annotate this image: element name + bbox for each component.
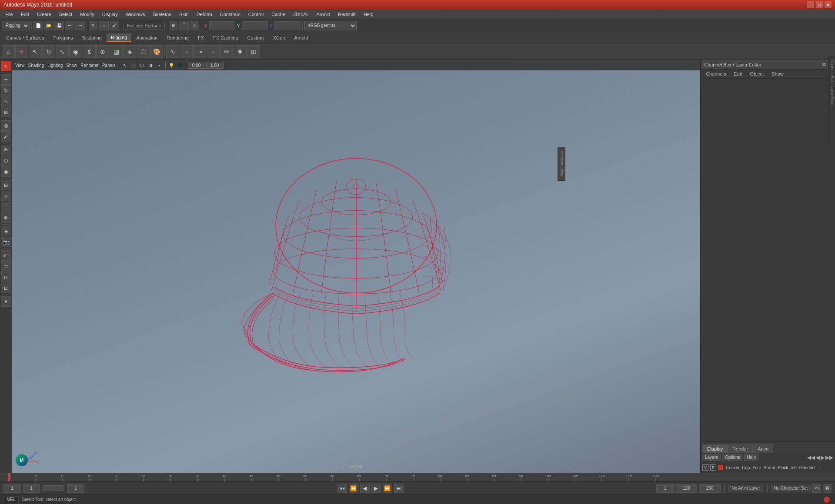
lt-bottom-btn[interactable]: ▼ <box>1 296 11 307</box>
layer-ctrl-help[interactable]: Help <box>744 454 758 461</box>
vp-shadow-btn[interactable]: 🌑 <box>176 61 184 69</box>
lt-isolate-btn[interactable]: ◈ <box>1 226 11 236</box>
x-coord-input[interactable] <box>209 21 235 30</box>
snap-curve-btn[interactable]: ⌒ <box>179 21 189 30</box>
ctx-tab-fx[interactable]: FX <box>194 34 208 42</box>
menu-create[interactable]: Create <box>33 11 55 18</box>
mel-label[interactable]: MEL <box>3 496 19 503</box>
goto-end-btn[interactable]: ⏭ <box>394 484 404 493</box>
char-set-options-btn[interactable]: ⚙ <box>812 484 821 493</box>
menu-arnold[interactable]: Arnold <box>313 11 334 18</box>
gamma-selector[interactable]: sRGB gamma <box>304 21 357 30</box>
menu-help[interactable]: Help <box>360 11 377 18</box>
lt-wire-btn[interactable]: ⬡ <box>1 156 11 166</box>
undo-btn[interactable]: ↩ <box>65 21 74 30</box>
disp-tab-render[interactable]: Render <box>728 444 753 453</box>
ch-float-btn[interactable]: ⧉ <box>822 62 826 67</box>
menu-constrain[interactable]: Constrain <box>217 11 244 18</box>
redo-btn[interactable]: ↪ <box>75 21 85 30</box>
play-fwd-btn[interactable]: ▶ <box>371 484 381 493</box>
menu-skin[interactable]: Skin <box>176 11 192 18</box>
layer-p-toggle[interactable]: P <box>710 464 716 471</box>
ctx-tab-xgen[interactable]: XGen <box>268 34 289 42</box>
lt-select-btn[interactable]: ↖ <box>1 61 11 71</box>
ctx-tab-custom[interactable]: Custom <box>243 34 268 42</box>
shelf-cluster-btn[interactable]: ⊕ <box>96 45 109 58</box>
viewport[interactable]: View Shading Lighting Show Renderer Pane… <box>12 60 700 473</box>
cb-tab-edit[interactable]: Edit <box>730 70 745 77</box>
layer-ctrl-options[interactable]: Options <box>722 454 742 461</box>
shelf-select-btn[interactable]: ✛ <box>15 45 28 58</box>
lt-misc3-btn[interactable]: ⊓ <box>1 272 11 282</box>
menu-select[interactable]: Select <box>56 11 76 18</box>
cb-tab-object[interactable]: Object <box>746 70 767 77</box>
playback-end-input[interactable] <box>675 484 697 493</box>
timeline[interactable]: 0 5 10 15 20 25 30 35 40 45 50 55 60 <box>0 473 835 481</box>
menu-redshift[interactable]: Redshift <box>334 11 359 18</box>
lt-paint-btn[interactable]: 🖌 <box>1 131 11 142</box>
lt-scale-btn[interactable]: ⤡ <box>1 96 11 106</box>
cb-tab-show[interactable]: Show <box>768 70 787 77</box>
vp-shaded-btn[interactable]: ◑ <box>147 61 155 69</box>
shelf-scale-btn[interactable]: ⤡ <box>56 45 69 58</box>
lt-snap-curve-btn[interactable]: ⌒ <box>1 202 11 212</box>
module-selector[interactable]: Rigging <box>2 21 30 30</box>
vp-lights-btn[interactable]: 💡 <box>167 61 175 69</box>
maximize-button[interactable]: □ <box>816 1 823 8</box>
menu-skeleton[interactable]: Skeleton <box>149 11 175 18</box>
lt-camera-btn[interactable]: 📷 <box>1 237 11 247</box>
vp-wire-btn[interactable]: ⬡ <box>138 61 146 69</box>
shelf-ep-btn[interactable]: ⊸ <box>193 45 206 58</box>
close-button[interactable]: ✕ <box>825 1 832 8</box>
frame-start-input[interactable] <box>3 484 21 493</box>
menu-windows[interactable]: Windows <box>122 11 149 18</box>
layer-color-swatch[interactable] <box>718 465 723 470</box>
ctx-tab-rendering[interactable]: Rendering <box>162 34 193 42</box>
play-back-btn[interactable]: ◀ <box>360 484 370 493</box>
goto-start-btn[interactable]: ⏮ <box>337 484 347 493</box>
paint-sel-btn[interactable]: 🖌 <box>110 21 119 30</box>
vp-textured-btn[interactable]: ▪ <box>156 61 164 69</box>
shelf-plus2-btn[interactable]: ⊞ <box>247 45 260 58</box>
lt-show-hide-btn[interactable]: 👁 <box>1 145 11 155</box>
vp-shading-menu[interactable]: Shading <box>27 61 46 69</box>
shelf-rotate-btn[interactable]: ↻ <box>42 45 55 58</box>
shelf-skinbind-btn[interactable]: ⬡ <box>137 45 150 58</box>
shelf-lattice-btn[interactable]: ▦ <box>110 45 123 58</box>
vp-value2-input[interactable] <box>206 62 224 69</box>
lt-soft-btn[interactable]: ◎ <box>1 120 11 131</box>
layer-v-toggle[interactable]: V <box>702 464 708 471</box>
lt-misc4-btn[interactable]: ⊔ <box>1 283 11 293</box>
lt-rotate-btn[interactable]: ↻ <box>1 85 11 96</box>
lt-misc2-btn[interactable]: ⊐ <box>1 261 11 272</box>
save-scene-btn[interactable]: 💾 <box>54 21 64 30</box>
ctx-tab-animation[interactable]: Animation <box>132 34 162 42</box>
layer-nav-fwd[interactable]: ▶▶ <box>825 454 833 461</box>
disp-tab-display[interactable]: Display <box>702 444 728 453</box>
vp-show-menu[interactable]: Show <box>65 61 78 69</box>
shelf-move-btn[interactable]: ↖ <box>29 45 42 58</box>
disp-tab-anim[interactable]: Anim <box>753 444 773 453</box>
snap-point-btn[interactable]: ◇ <box>190 21 199 30</box>
menu-cache[interactable]: Cache <box>268 11 289 18</box>
shelf-plus-btn[interactable]: ✚ <box>234 45 247 58</box>
z-coord-input[interactable] <box>274 21 301 30</box>
menu-display[interactable]: Display <box>99 11 121 18</box>
step-fwd-btn[interactable]: ⏩ <box>383 484 392 493</box>
shelf-paint-btn[interactable]: 🎨 <box>150 45 163 58</box>
vp-panels-menu[interactable]: Panels <box>101 61 117 69</box>
layer-nav-back[interactable]: ◀◀ <box>807 454 815 461</box>
lt-snap-view-btn[interactable]: ⊚ <box>1 212 11 223</box>
menu-control[interactable]: Control <box>245 11 267 18</box>
shelf-ik-btn[interactable]: ⊻ <box>83 45 96 58</box>
current-frame-input[interactable] <box>23 484 40 493</box>
shelf-wrap-btn[interactable]: ◈ <box>123 45 136 58</box>
menu-3dtoa[interactable]: 3DtoAll <box>290 11 312 18</box>
ctx-tab-sculpting[interactable]: Sculpting <box>78 34 106 42</box>
layer-ctrl-layers[interactable]: Layers <box>702 454 721 461</box>
char-set-keyframe-btn[interactable]: ⌘ <box>823 484 832 493</box>
ctx-tab-curves[interactable]: Curves / Surfaces <box>2 34 48 42</box>
select-tool-btn[interactable]: ↖ <box>89 21 98 30</box>
menu-modify[interactable]: Modify <box>77 11 97 18</box>
menu-edit[interactable]: Edit <box>17 11 33 18</box>
